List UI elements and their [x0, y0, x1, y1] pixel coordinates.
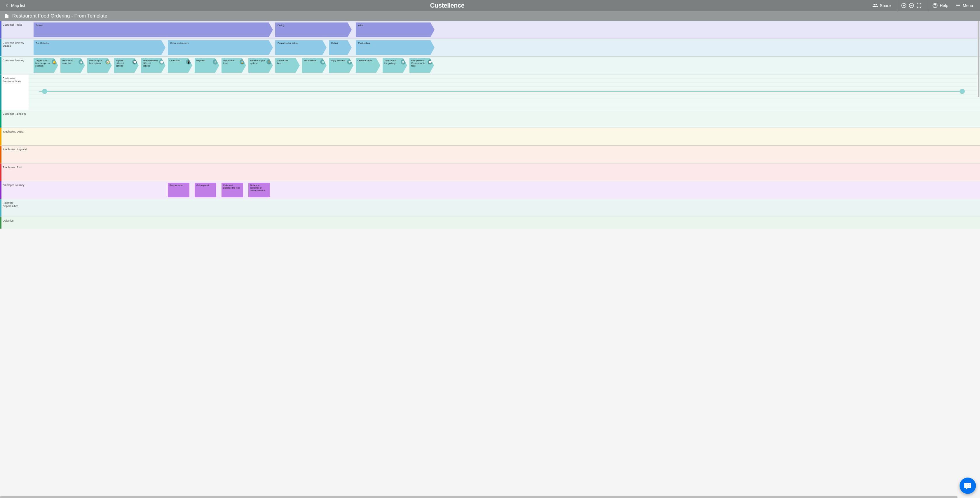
header-actions: Share Help Menu: [869, 0, 976, 11]
document-icon: [4, 13, 10, 19]
back-label: Map list: [11, 3, 25, 8]
zoom-group: [898, 0, 925, 11]
help-icon: [932, 3, 938, 8]
page-title[interactable]: Restaurant Food Ordering - From Template: [12, 13, 107, 19]
fullscreen-button[interactable]: [916, 3, 922, 8]
app-logo: Custellence: [430, 2, 465, 10]
back-button[interactable]: Map list: [4, 3, 25, 8]
menu-label: Menu: [963, 3, 973, 8]
logo-wrap: Custellence: [25, 2, 869, 10]
zoom-out-button[interactable]: [908, 3, 914, 8]
share-group[interactable]: Share: [869, 0, 894, 11]
zoom-in-button[interactable]: [901, 3, 907, 8]
title-bar: Restaurant Food Ordering - From Template: [0, 11, 980, 21]
menu-group[interactable]: Menu: [955, 0, 976, 11]
app-header: Map list Custellence Share Help Menu: [0, 0, 980, 11]
help-group[interactable]: Help: [929, 0, 951, 11]
help-label: Help: [940, 3, 948, 8]
menu-icon: [955, 3, 961, 8]
arrow-left-icon: [4, 3, 10, 8]
people-icon: [872, 3, 878, 8]
share-label: Share: [880, 3, 891, 8]
